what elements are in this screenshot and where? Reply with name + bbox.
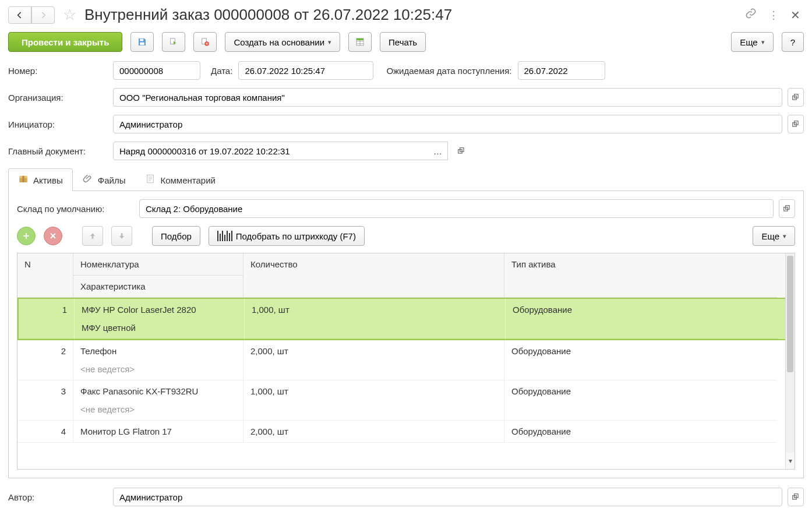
barcode-button[interactable]: Подобрать по штрихкоду (F7): [209, 226, 365, 246]
arrow-left-icon: [14, 9, 26, 21]
table-icon: [355, 36, 365, 48]
document-icon: [145, 174, 156, 186]
svg-rect-15: [23, 176, 24, 182]
scroll-down-button[interactable]: ▾: [785, 453, 795, 469]
arrow-up-icon: [88, 231, 97, 241]
svg-rect-1: [140, 43, 145, 45]
grid-scrollbar[interactable]: [785, 253, 795, 453]
more-button[interactable]: Еще: [731, 32, 774, 52]
row-characteristic: <не ведется>: [80, 364, 236, 374]
col-characteristic[interactable]: Характеристика: [73, 276, 243, 297]
favorite-star-icon[interactable]: ☆: [63, 6, 76, 24]
col-n[interactable]: N: [17, 253, 73, 298]
box-icon: [18, 174, 29, 186]
date-label: Дата:: [211, 66, 232, 76]
expand-icon: [457, 147, 465, 155]
default-warehouse-field[interactable]: [139, 199, 774, 218]
doc-x-icon: [200, 36, 210, 48]
svg-rect-6: [356, 38, 363, 40]
grid-more-button[interactable]: Еще: [753, 226, 795, 246]
row-n: 4: [17, 421, 73, 443]
row-n: 3: [17, 380, 73, 421]
expected-date-field[interactable]: [518, 61, 605, 80]
table-row[interactable]: 1 МФУ HP Color LaserJet 2820 МФУ цветной…: [17, 298, 795, 340]
podbor-button[interactable]: Подбор: [152, 226, 200, 246]
open-main-doc-icon[interactable]: [453, 142, 469, 160]
initiator-label: Инициатор:: [8, 119, 107, 129]
post-and-close-button[interactable]: Провести и закрыть: [8, 32, 122, 52]
tab-files[interactable]: Файлы: [73, 168, 136, 191]
row-asset-type: Оборудование: [504, 340, 777, 380]
paperclip-icon: [83, 174, 93, 186]
print-button[interactable]: Печать: [380, 32, 426, 52]
col-nomenclature[interactable]: Номенклатура: [73, 253, 243, 276]
kebab-menu-icon[interactable]: ⋮: [765, 9, 782, 22]
row-quantity: 2,000, шт: [243, 340, 504, 380]
row-characteristic: <не ведется>: [80, 404, 236, 414]
page-title: Внутренний заказ 000000008 от 26.07.2022…: [84, 6, 737, 24]
row-quantity: 1,000, шт: [245, 299, 506, 339]
row-asset-type: Оборудование: [506, 299, 778, 339]
arrow-down-icon: [117, 231, 126, 241]
row-quantity: 2,000, шт: [243, 421, 504, 443]
initiator-field[interactable]: [113, 115, 782, 133]
open-initiator-icon[interactable]: [788, 115, 804, 133]
row-characteristic: МФУ цветной: [82, 323, 237, 333]
table-row[interactable]: 4 Монитор LG Flatron 17 2,000, шт Оборуд…: [17, 421, 795, 443]
report-button[interactable]: [348, 32, 372, 52]
default-warehouse-label: Склад по умолчанию:: [17, 204, 133, 214]
author-field[interactable]: [113, 488, 782, 506]
arrow-right-icon: [37, 9, 49, 21]
move-down-button[interactable]: [111, 226, 132, 246]
row-nomenclature: Телефон: [80, 346, 236, 356]
help-button[interactable]: ?: [782, 32, 804, 52]
tab-assets[interactable]: Активы: [8, 168, 73, 191]
row-asset-type: Оборудование: [504, 380, 777, 421]
move-up-button[interactable]: [82, 226, 103, 246]
number-label: Номер:: [8, 66, 107, 76]
number-field[interactable]: [113, 61, 200, 80]
chevron-down-icon: ▾: [328, 38, 331, 46]
open-warehouse-icon[interactable]: [779, 199, 795, 218]
expand-icon: [783, 204, 791, 213]
scrollbar-thumb[interactable]: [787, 256, 793, 372]
close-icon[interactable]: ✕: [787, 8, 804, 22]
main-doc-select-button[interactable]: …: [428, 142, 448, 160]
create-based-on-button[interactable]: Создать на основании ▾: [225, 32, 340, 52]
nav-forward-button[interactable]: [31, 6, 55, 24]
open-author-icon[interactable]: [788, 488, 804, 506]
col-asset-type[interactable]: Тип актива: [504, 253, 777, 298]
organization-label: Организация:: [8, 93, 107, 103]
floppy-icon: [137, 36, 147, 48]
main-doc-label: Главный документ:: [8, 146, 107, 156]
save-button[interactable]: [130, 32, 154, 52]
doc-arrow-icon: [168, 36, 179, 48]
open-org-icon[interactable]: [788, 88, 804, 107]
row-nomenclature: МФУ HP Color LaserJet 2820: [82, 305, 237, 315]
author-label: Автор:: [8, 492, 107, 502]
add-row-button[interactable]: +: [17, 227, 36, 245]
date-field[interactable]: [238, 61, 373, 80]
expand-icon: [792, 120, 800, 128]
row-n: 2: [17, 340, 73, 380]
svg-rect-0: [140, 39, 144, 41]
barcode-icon: [217, 231, 232, 241]
expand-icon: [792, 93, 800, 101]
delete-row-button[interactable]: ×: [44, 227, 62, 245]
table-row[interactable]: 3 Факс Panasonic KX-FT932RU <не ведется>…: [17, 380, 795, 421]
tab-comment[interactable]: Комментарий: [135, 168, 225, 191]
organization-field[interactable]: [113, 88, 782, 107]
main-doc-field[interactable]: [113, 142, 429, 160]
unpost-button[interactable]: [193, 32, 217, 52]
post-button[interactable]: [162, 32, 185, 52]
col-quantity[interactable]: Количество: [243, 253, 504, 298]
row-quantity: 1,000, шт: [243, 380, 504, 421]
expand-icon: [792, 493, 800, 501]
table-row[interactable]: 2 Телефон <не ведется> 2,000, шт Оборудо…: [17, 340, 795, 380]
nav-back-button[interactable]: [8, 6, 31, 24]
link-icon[interactable]: [742, 8, 760, 22]
row-n: 1: [19, 299, 75, 339]
expected-date-label: Ожидаемая дата поступления:: [386, 66, 511, 76]
row-nomenclature: Монитор LG Flatron 17: [80, 426, 236, 436]
row-nomenclature: Факс Panasonic KX-FT932RU: [80, 386, 236, 396]
